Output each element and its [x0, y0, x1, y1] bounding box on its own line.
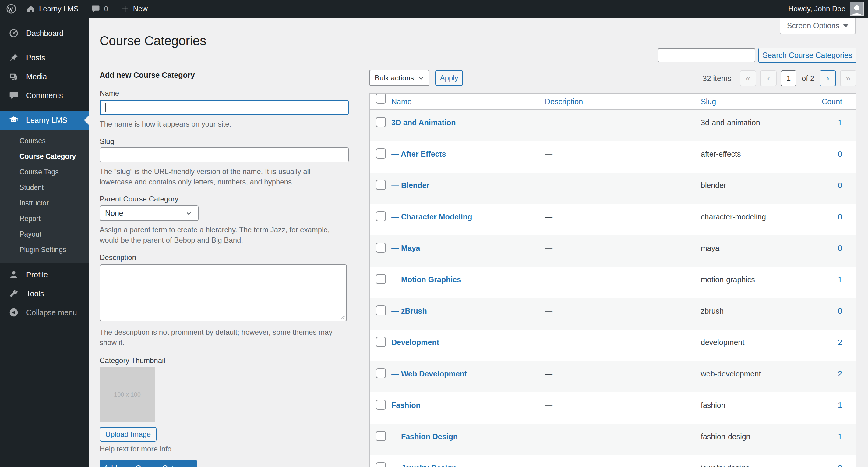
row-checkbox[interactable] — [376, 462, 386, 467]
site-menu[interactable]: Learny LMS — [22, 0, 83, 18]
row-checkbox[interactable] — [376, 400, 386, 410]
row-checkbox[interactable] — [376, 117, 386, 127]
category-name-link[interactable]: — After Effects — [391, 150, 446, 158]
category-name-link[interactable]: — Web Development — [391, 370, 467, 378]
row-checkbox[interactable] — [376, 305, 386, 316]
row-checkbox[interactable] — [376, 274, 386, 284]
category-count-link[interactable]: 2 — [838, 370, 842, 378]
category-slug: motion-graphics — [701, 275, 755, 284]
form-heading: Add new Course Category — [100, 71, 195, 80]
new-button[interactable]: New — [117, 0, 152, 18]
sidebar-item-courses[interactable]: Courses — [0, 133, 89, 149]
column-header-name[interactable]: Name — [391, 94, 412, 110]
sidebar-item-instructor[interactable]: Instructor — [0, 195, 89, 211]
category-count-link[interactable]: 0 — [838, 212, 842, 221]
row-checkbox[interactable] — [376, 243, 386, 253]
avatar[interactable] — [850, 2, 864, 16]
sidebar-item-profile[interactable]: Profile — [0, 265, 89, 284]
category-name-link[interactable]: Fashion — [391, 401, 421, 410]
sidebar-item-label: Tools — [26, 289, 44, 298]
sidebar-item-payout[interactable]: Payout — [0, 227, 89, 242]
table-row: — After Effects — after-effects 0 — [370, 141, 856, 173]
description-textarea[interactable] — [100, 264, 347, 321]
sidebar-item-tools[interactable]: Tools — [0, 284, 89, 303]
column-header-slug[interactable]: Slug — [701, 94, 716, 110]
category-name-link[interactable]: — Fashion Design — [391, 432, 458, 441]
pin-icon — [8, 53, 20, 62]
comments-bubble[interactable]: 0 — [87, 0, 112, 18]
category-name-link[interactable]: — zBrush — [391, 307, 427, 316]
current-page-input[interactable] — [781, 70, 797, 86]
sidebar-item-dashboard[interactable]: Dashboard — [0, 24, 89, 43]
sidebar-item-course-tags[interactable]: Course Tags — [0, 164, 89, 180]
bulk-actions-select[interactable]: Bulk actions — [369, 70, 429, 86]
site-name: Learny LMS — [39, 5, 78, 13]
row-checkbox[interactable] — [376, 431, 386, 441]
row-checkbox[interactable] — [376, 368, 386, 378]
table-row: Development — development 2 — [370, 329, 856, 361]
sidebar-item-comments[interactable]: Comments — [0, 86, 89, 105]
user-icon — [8, 270, 20, 280]
howdy-text[interactable]: Howdy, John Doe — [788, 5, 845, 13]
table-row: — zBrush — zbrush 0 — [370, 298, 856, 329]
screen-options-button[interactable]: Screen Options — [780, 18, 856, 34]
sidebar-item-student[interactable]: Student — [0, 180, 89, 195]
category-name-link[interactable]: — Maya — [391, 244, 420, 253]
next-page-button[interactable]: › — [819, 70, 836, 86]
category-count-link[interactable]: 0 — [838, 464, 842, 467]
category-count-link[interactable]: 1 — [838, 275, 842, 284]
category-description: — — [545, 244, 553, 253]
wordpress-logo-icon[interactable] — [5, 0, 18, 18]
category-count-link[interactable]: 0 — [838, 150, 842, 158]
category-name-link[interactable]: — Motion Graphics — [391, 275, 461, 284]
upload-image-button[interactable]: Upload Image — [100, 427, 157, 442]
category-count-link[interactable]: 0 — [838, 181, 842, 190]
category-name-link[interactable]: — Jewelry Design — [391, 464, 457, 467]
parent-category-select[interactable]: None — [100, 205, 198, 221]
sidebar-item-label: Media — [26, 72, 47, 81]
category-count-link[interactable]: 2 — [838, 338, 842, 347]
slug-input[interactable] — [100, 147, 349, 163]
category-count-link[interactable]: 0 — [838, 244, 842, 253]
category-description: — — [545, 181, 553, 190]
sidebar-item-report[interactable]: Report — [0, 211, 89, 227]
name-label: Name — [100, 89, 119, 97]
admin-bar: Learny LMS 0 New Howdy, John Doe — [0, 0, 868, 18]
category-name-link[interactable]: Development — [391, 338, 439, 347]
sidebar-item-media[interactable]: Media — [0, 67, 89, 86]
categories-table: Name Description Slug Count 3D and Anima… — [369, 93, 857, 467]
prev-page-button: ‹ — [760, 70, 777, 86]
category-count-link[interactable]: 1 — [838, 432, 842, 441]
category-slug: character-modeling — [701, 212, 766, 221]
last-page-button[interactable]: » — [840, 70, 857, 86]
column-header-count[interactable]: Count — [822, 94, 842, 110]
category-name-link[interactable]: — Blender — [391, 181, 429, 190]
sidebar-item-posts[interactable]: Posts — [0, 48, 89, 67]
category-count-link[interactable]: 1 — [838, 401, 842, 410]
search-button[interactable]: Search Course Categories — [758, 48, 857, 63]
row-checkbox[interactable] — [376, 148, 386, 158]
category-name-link[interactable]: — Character Modeling — [391, 212, 472, 221]
add-category-submit-button[interactable]: Add new Course Category — [100, 460, 197, 467]
sidebar-item-plugin-settings[interactable]: Plugin Settings — [0, 242, 89, 258]
search-input[interactable] — [658, 48, 755, 62]
select-all-checkbox[interactable] — [376, 94, 386, 104]
category-count-link[interactable]: 1 — [838, 118, 842, 127]
row-checkbox[interactable] — [376, 211, 386, 221]
column-header-description[interactable]: Description — [545, 94, 583, 110]
category-description: — — [545, 150, 553, 158]
sidebar-item-course-category[interactable]: Course Category — [0, 149, 89, 164]
collapse-menu-button[interactable]: Collapse menu — [0, 303, 89, 322]
row-checkbox[interactable] — [376, 180, 386, 190]
sidebar-item-learny-lms[interactable]: Learny LMS — [0, 111, 89, 129]
slug-label: Slug — [100, 137, 114, 146]
name-input[interactable] — [100, 100, 349, 115]
chevron-down-icon — [843, 24, 848, 30]
resize-grip-icon[interactable] — [341, 314, 345, 319]
category-name-link[interactable]: 3D and Animation — [391, 118, 456, 127]
row-checkbox[interactable] — [376, 337, 386, 347]
gauge-icon — [8, 28, 20, 38]
category-count-link[interactable]: 0 — [838, 307, 842, 316]
table-row: — Motion Graphics — motion-graphics 1 — [370, 267, 856, 298]
apply-button[interactable]: Apply — [435, 70, 463, 86]
